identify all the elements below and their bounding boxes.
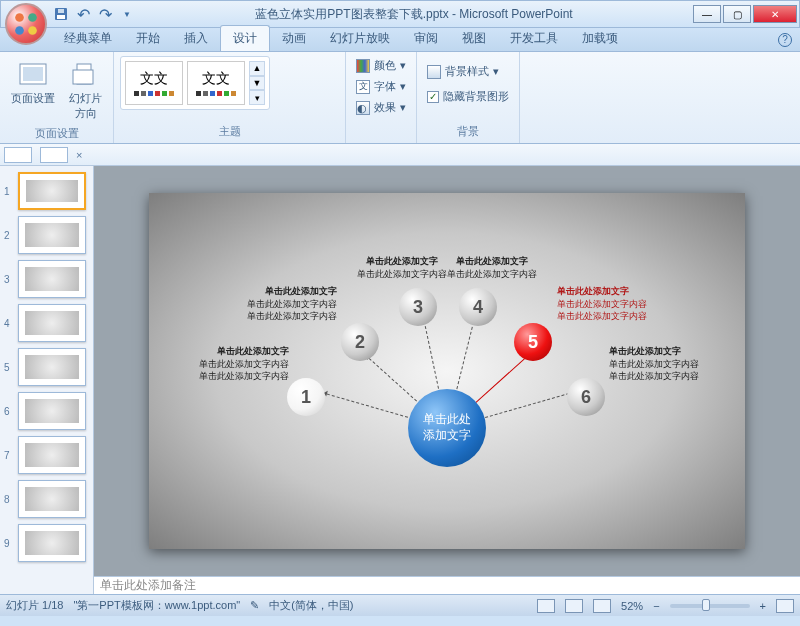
bg-styles-icon [427,65,441,79]
title-bar: ↶ ↷ ▼ 蓝色立体实用PPT图表整套下载.pptx - Microsoft P… [0,0,800,28]
tab-view[interactable]: 视图 [450,26,498,51]
theme-item-2[interactable]: 文文 [187,61,245,105]
undo-icon[interactable]: ↶ [75,6,91,22]
node-6[interactable]: 6 [567,378,605,416]
colors-button[interactable]: 颜色 ▾ [352,56,410,75]
group-label-themes: 主题 [120,122,339,141]
slide-thumb-5[interactable] [18,348,86,386]
qat-dropdown-icon[interactable]: ▼ [119,6,135,22]
tab-home[interactable]: 开始 [124,26,172,51]
zoom-out-icon[interactable]: − [653,600,659,612]
background-styles-button[interactable]: 背景样式 ▾ [423,62,503,81]
tab-design[interactable]: 设计 [220,25,270,51]
theme-gallery[interactable]: 文文 文文 ▲ ▼ ▾ [120,56,270,110]
svg-rect-5 [57,15,65,19]
gallery-down-icon[interactable]: ▼ [249,76,265,91]
slide[interactable]: 1 2 3 4 5 6 单击此处 添加文字 单击此处添加文字单击此处添加文字内容… [149,193,745,549]
slide-thumb-8[interactable] [18,480,86,518]
slide-thumb-7[interactable] [18,436,86,474]
theme-item-1[interactable]: 文文 [125,61,183,105]
slide-thumb-2[interactable] [18,216,86,254]
caption-4: 单击此处添加文字单击此处添加文字内容 [447,255,537,280]
node-3[interactable]: 3 [399,288,437,326]
sorter-view-button[interactable] [565,599,583,613]
zoom-in-icon[interactable]: + [760,600,766,612]
colors-label: 颜色 [374,58,396,73]
slide-thumb-3[interactable] [18,260,86,298]
effects-button[interactable]: ◐效果 ▾ [352,98,410,117]
close-button[interactable]: ✕ [753,5,797,23]
group-label-background: 背景 [423,122,513,141]
tab-animations[interactable]: 动画 [270,26,318,51]
status-zoom: 52% [621,600,643,612]
caption-1: 单击此处添加文字单击此处添加文字内容单击此处添加文字内容 [179,345,289,383]
window-controls: — ▢ ✕ [693,5,799,23]
fonts-button[interactable]: 文字体 ▾ [352,77,410,96]
tab-developer[interactable]: 开发工具 [498,26,570,51]
save-icon[interactable] [53,6,69,22]
office-button[interactable] [5,3,47,45]
workspace: 1 2 3 4 5 6 7 8 9 1 2 3 4 5 [0,166,800,594]
node-5[interactable]: 5 [514,323,552,361]
gallery-up-icon[interactable]: ▲ [249,61,265,76]
ribbon-tabs: 经典菜单 开始 插入 设计 动画 幻灯片放映 审阅 视图 开发工具 加载项 ? [0,28,800,52]
outline-tab-icon[interactable] [40,147,68,163]
effects-icon: ◐ [356,101,370,115]
page-setup-button[interactable]: 页面设置 [6,56,60,109]
hide-bg-graphics-checkbox[interactable]: ✓隐藏背景图形 [423,87,513,106]
slide-thumb-4[interactable] [18,304,86,342]
tab-insert[interactable]: 插入 [172,26,220,51]
normal-view-button[interactable] [537,599,555,613]
group-themes: 文文 文文 ▲ ▼ ▾ 主题 [114,52,346,143]
node-2[interactable]: 2 [341,323,379,361]
slide-thumbnail-panel[interactable]: 1 2 3 4 5 6 7 8 9 [0,166,94,594]
slideshow-view-button[interactable] [593,599,611,613]
svg-rect-6 [58,9,64,13]
zoom-slider[interactable] [670,604,750,608]
pane-close-icon[interactable]: × [76,149,82,161]
node-1[interactable]: 1 [287,378,325,416]
minimize-button[interactable]: — [693,5,721,23]
status-template: "第一PPT模板网：www.1ppt.com" [73,598,240,613]
group-variants: 颜色 ▾ 文字体 ▾ ◐效果 ▾ [346,52,417,143]
tab-addins[interactable]: 加载项 [570,26,630,51]
slide-edit-area: 1 2 3 4 5 6 单击此处 添加文字 单击此处添加文字单击此处添加文字内容… [94,166,800,594]
slide-thumb-6[interactable] [18,392,86,430]
fonts-icon: 文 [356,80,370,94]
svg-rect-8 [23,67,43,81]
help-icon[interactable]: ? [778,33,792,47]
hide-bg-label: 隐藏背景图形 [443,89,509,104]
page-setup-icon [17,59,49,91]
tab-slideshow[interactable]: 幻灯片放映 [318,26,402,51]
slide-orientation-button[interactable]: 幻灯片 方向 [64,56,107,124]
tab-classic-menu[interactable]: 经典菜单 [52,26,124,51]
theme-gallery-nav: ▲ ▼ ▾ [249,61,265,105]
slide-canvas[interactable]: 1 2 3 4 5 6 单击此处 添加文字 单击此处添加文字单击此处添加文字内容… [94,166,800,576]
fit-window-button[interactable] [776,599,794,613]
tab-review[interactable]: 审阅 [402,26,450,51]
group-page-setup: 页面设置 幻灯片 方向 页面设置 [0,52,114,143]
slide-thumb-1[interactable] [18,172,86,210]
slide-thumb-9[interactable] [18,524,86,562]
effects-label: 效果 [374,100,396,115]
svg-point-2 [15,26,24,35]
svg-point-3 [28,26,37,35]
group-background: 背景样式 ▾ ✓隐藏背景图形 背景 [417,52,520,143]
status-bar: 幻灯片 1/18 "第一PPT模板网：www.1ppt.com" ✎ 中文(简体… [0,594,800,616]
status-language[interactable]: 中文(简体，中国) [269,598,353,613]
page-setup-label: 页面设置 [11,91,55,106]
group-label-page-setup: 页面设置 [6,124,107,143]
notes-pane[interactable]: 单击此处添加备注 [94,576,800,594]
status-slide-number: 幻灯片 1/18 [6,598,63,613]
spellcheck-icon[interactable]: ✎ [250,599,259,612]
colors-icon [356,59,370,73]
center-node[interactable]: 单击此处 添加文字 [408,389,486,467]
caption-3: 单击此处添加文字单击此处添加文字内容 [357,255,447,280]
orientation-icon [70,59,102,91]
slides-tab-icon[interactable] [4,147,32,163]
redo-icon[interactable]: ↷ [97,6,113,22]
maximize-button[interactable]: ▢ [723,5,751,23]
gallery-more-icon[interactable]: ▾ [249,90,265,105]
svg-rect-10 [73,70,93,84]
node-4[interactable]: 4 [459,288,497,326]
